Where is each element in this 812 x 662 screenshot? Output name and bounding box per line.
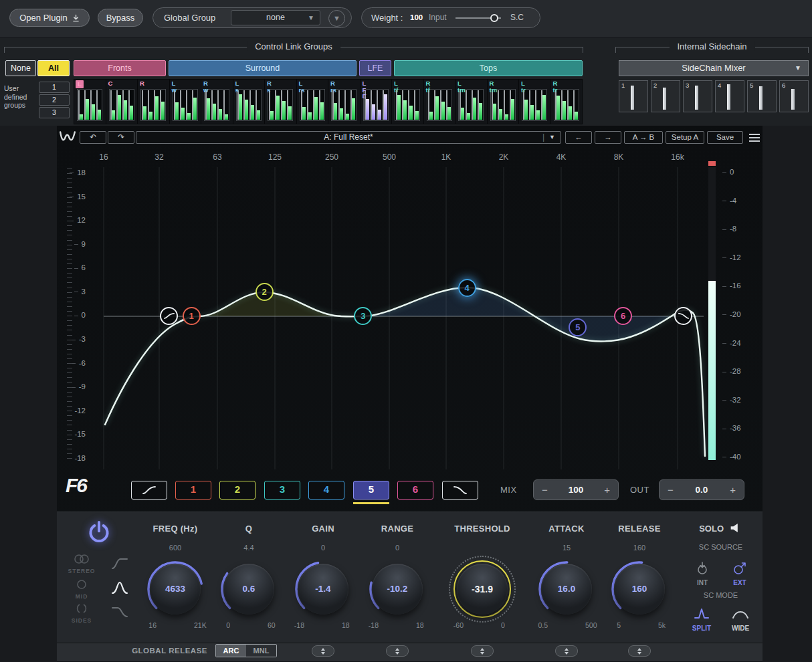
save-button[interactable]: Save [707,131,743,144]
preset-field[interactable]: A: Full Reset* | ▼ [136,131,561,144]
hamburger-menu-icon[interactable] [747,132,762,144]
band-button-6[interactable]: 6 [397,481,433,500]
sidechain-fader-4[interactable]: 4 [715,80,744,112]
prev-preset-button[interactable]: ← [565,131,592,144]
freq-label-32: 32 [146,152,173,162]
sidechain-fader-handle[interactable] [631,86,634,110]
stereo-mode-button[interactable]: STEREO [64,554,99,574]
channel-cell-Rtm[interactable]: R tm [488,80,519,124]
channel-cell-R[interactable]: R [138,80,169,124]
power-button[interactable] [86,519,112,546]
weight-container: Weight : 100 Input S.C [361,7,540,28]
db-right-label: -20 [722,310,758,318]
sidechain-fader-handle[interactable] [791,89,795,110]
range-stepper[interactable] [386,645,409,657]
filter-type-bell-button[interactable] [111,579,130,596]
channel-cell-Rrs[interactable]: R rs [328,80,360,124]
channel-cell-Ltm[interactable]: L tm [455,80,487,124]
band-node-2[interactable]: 2 [256,283,274,301]
sidechain-mixer-dropdown[interactable]: SideChain Mixer ▼ [619,60,809,76]
sidechain-fader-handle[interactable] [727,84,730,110]
global-group-expand-button[interactable]: ▼ [328,10,345,27]
release-stepper[interactable] [628,645,651,657]
filter-type-shelf-down-button[interactable] [111,604,130,621]
open-plugin-button[interactable]: Open Plugin [9,9,90,27]
sc-mode-split-button[interactable]: SPLIT [691,606,712,632]
highpass-filter-button[interactable] [131,481,167,500]
preset-dropdown-caret-icon[interactable]: ▼ [549,132,555,143]
sidechain-fader-handle[interactable] [759,86,763,110]
channel-cell-Lw[interactable]: L w [170,80,201,124]
lowpass-filter-button[interactable] [442,481,478,500]
group-button-tops[interactable]: Tops [394,60,583,76]
gain-stepper[interactable] [312,645,334,657]
sc-source-ext-button[interactable]: EXT [731,562,748,586]
sc-mode-wide-button[interactable]: WIDE [730,606,751,632]
group-button-lfe[interactable]: LFE [359,60,391,76]
sc-source-int-button[interactable]: INT [694,562,711,586]
group-button-none[interactable]: None [5,60,36,76]
filter-type-shelf-up-button[interactable] [111,555,130,572]
sidechain-fader-number: 1 [621,82,625,89]
db-left-label: -18 [59,454,86,462]
control-link-groups-title: Control Link Groups [247,41,340,51]
global-group-dropdown[interactable]: none ▼ [231,10,320,25]
bypass-button[interactable]: Bypass [98,9,143,27]
sidechain-fader-5[interactable]: 5 [747,80,777,112]
chevron-down-icon: ▼ [308,11,314,25]
weight-slider-handle[interactable] [490,14,498,22]
channel-cell-Ltf[interactable]: L tf [392,80,423,124]
channel-cell-Rw[interactable]: R w [201,80,233,124]
channel-cell-LFE[interactable]: L F E [361,80,392,124]
sidechain-fader-handle[interactable] [695,86,698,110]
speaker-icon[interactable] [729,523,740,533]
mnl-button[interactable]: MNL [246,645,276,657]
channel-cell-Ls[interactable]: L s [233,80,265,124]
db-right-label: -8 [722,225,758,233]
clip-indicator[interactable] [708,161,716,166]
out-plus-button[interactable]: + [730,480,736,500]
channel-cell-Rtf[interactable]: R tf [424,80,455,124]
sidechain-fader-2[interactable]: 2 [651,80,680,112]
sidechain-fader-3[interactable]: 3 [683,80,712,112]
freq-label-16k: 16k [664,152,691,162]
sidechain-fader-handle[interactable] [663,88,666,110]
attack-stepper[interactable] [555,645,578,657]
arc-button[interactable]: ARC [216,645,246,657]
band-button-1[interactable]: 1 [175,481,211,500]
band-button-5[interactable]: 5 [353,481,389,500]
band-node-1[interactable]: 1 [183,307,201,325]
band-button-2[interactable]: 2 [219,481,256,500]
ab-compare-button[interactable]: A → B [624,131,663,144]
band-button-4[interactable]: 4 [308,481,344,500]
channel-cell-Rs[interactable]: R s [265,80,296,124]
channel-cell-Ltr[interactable]: L tr [519,80,550,124]
group-button-surround[interactable]: Surround [169,60,357,76]
threshold-stepper[interactable] [471,645,494,657]
channel-meter [236,89,262,121]
user-group-button-2[interactable]: 2 [39,94,70,106]
mix-minus-button[interactable]: − [542,480,548,500]
user-group-button-3[interactable]: 3 [39,107,70,118]
sidechain-meters: 123456 [619,80,809,112]
redo-button[interactable]: ↷ [108,131,134,144]
mid-mode-button[interactable]: MID [64,579,99,600]
group-button-fronts[interactable]: Fronts [74,60,166,76]
sidechain-fader-1[interactable]: 1 [619,80,648,112]
undo-button[interactable]: ↶ [80,131,106,144]
group-button-all[interactable]: All [37,60,70,76]
band-button-3[interactable]: 3 [264,481,300,500]
channel-cell-L[interactable]: L [74,80,106,124]
channel-cell-Lrs[interactable]: L rs [297,80,328,124]
sidechain-fader-6[interactable]: 6 [779,80,809,112]
sides-mode-button[interactable]: SIDES [64,603,99,624]
range-control-column: RANGE 0 -10.2 -18 18 [357,518,437,647]
setup-a-button[interactable]: Setup A [666,131,704,144]
channel-cell-Rtr[interactable]: R tr [551,80,583,124]
channel-cell-C[interactable]: C [106,80,138,124]
next-preset-button[interactable]: → [595,131,621,144]
band-node-4[interactable]: 4 [458,279,476,297]
user-group-button-1[interactable]: 1 [39,82,70,93]
out-minus-button[interactable]: − [668,480,674,500]
mix-plus-button[interactable]: + [604,480,610,500]
